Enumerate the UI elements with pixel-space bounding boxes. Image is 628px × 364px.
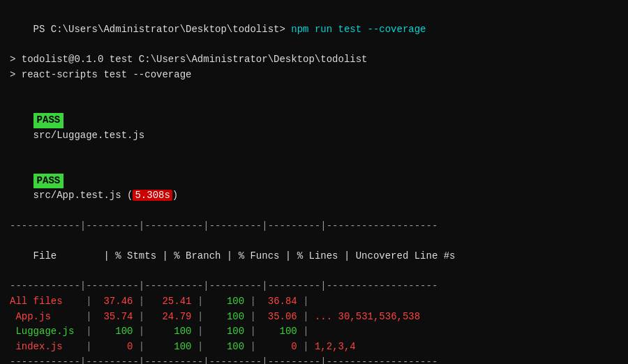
row-lines: 0 [256,341,297,352]
row-file: App.js [10,311,80,322]
row-funcs: 100 [203,311,244,322]
pass-file-2-end: ) [172,190,178,201]
row-branch: 24.79 [144,311,191,322]
table-header: File | % Stmts | % Branch | % Funcs | % … [10,234,618,279]
row-uncovered: ... 30,531,536,538 [309,311,421,322]
table-row: All files | 37.46 | 25.41 | 100 | 36.84 … [10,294,618,310]
table-divider-2: ------------|---------|----------|------… [10,279,618,294]
row-file: Luggage.js [10,326,80,337]
table-row: index.js | 0 | 100 | 100 | 0 | 1,2,3,4 [10,340,618,355]
row-funcs: 100 [203,341,244,352]
table-divider-1: ------------|---------|----------|------… [10,219,618,234]
info-line-2: > react-scripts test --coverage [10,68,618,83]
blank-line-1 [10,82,618,98]
info-line-1: > todolist@0.1.0 test C:\Users\Administr… [10,52,618,68]
pass-line-2: PASS src/App.test.js (5.308s) [10,158,618,219]
table-row: Luggage.js | 100 | 100 | 100 | 100 | [10,324,618,340]
pass-badge-2: PASS [33,174,64,189]
row-branch: 25.41 [144,296,191,307]
row-funcs: 100 [203,296,244,307]
row-lines: 35.06 [256,311,297,322]
row-funcs: 100 [203,326,244,337]
command-text: npm run test --coverage [291,24,426,35]
prompt-line: PS C:\Users\Administrator\Desktop\todoli… [10,7,618,52]
header-text: File | % Stmts | % Branch | % Funcs | % … [33,250,468,261]
row-file: index.js [10,341,80,352]
row-file: All files [10,296,80,307]
table-body: All files | 37.46 | 25.41 | 100 | 36.84 … [10,294,618,355]
row-stmts: 100 [92,326,133,337]
row-uncovered: 1,2,3,4 [309,341,356,352]
table-divider-3: ------------|---------|----------|------… [10,355,618,364]
pass-badge-1: PASS [33,113,64,128]
row-branch: 100 [144,341,191,352]
row-stmts: 35.74 [92,311,133,322]
pass-line-1: PASS src/Luggage.test.js [10,98,618,158]
table-row: App.js | 35.74 | 24.79 | 100 | 35.06 | .… [10,310,618,325]
row-lines: 100 [256,326,297,337]
pass-file-2: src/App.test.js ( [33,190,133,201]
row-branch: 100 [144,326,191,337]
prompt-text: PS C:\Users\Administrator\Desktop\todoli… [33,24,292,35]
row-lines: 36.84 [256,296,297,307]
time-badge: 5.308s [133,190,172,201]
row-stmts: 0 [92,341,133,352]
row-stmts: 37.46 [92,296,133,307]
pass-file-1: src/Luggage.test.js [33,130,145,141]
terminal-window: PS C:\Users\Administrator\Desktop\todoli… [0,0,628,364]
